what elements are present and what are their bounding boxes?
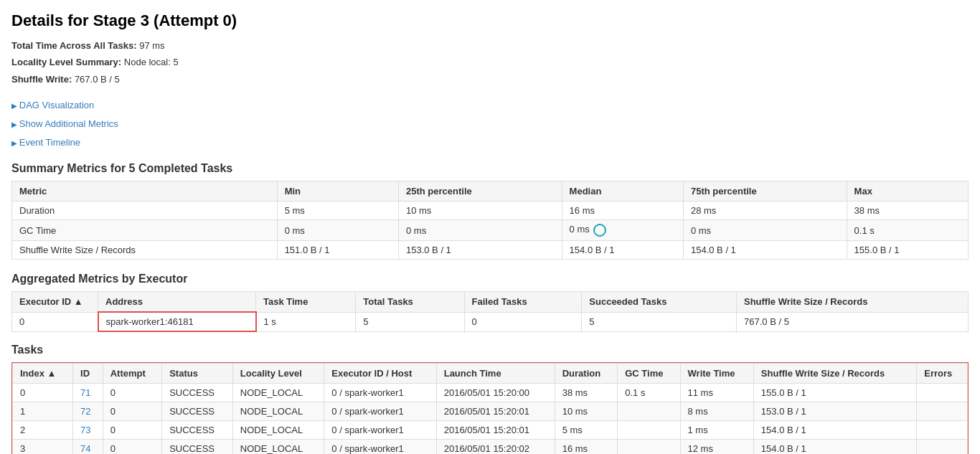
summary-metrics-table: Metric Min 25th percentile Median 75th p…	[11, 181, 969, 260]
summary-cell: 151.0 B / 1	[277, 241, 398, 260]
task-cell: NODE_LOCAL	[232, 402, 324, 421]
summary-cell: Duration	[12, 202, 278, 220]
task-cell	[917, 440, 968, 454]
task-cell: 154.0 B / 1	[753, 440, 916, 454]
show-additional-metrics-link[interactable]: Show Additional Metrics	[11, 115, 969, 133]
task-cell: SUCCESS	[162, 421, 233, 440]
exec-total-tasks-cell: 5	[356, 312, 464, 331]
summary-col-metric: Metric	[12, 181, 278, 202]
exec-col-task-time: Task Time	[256, 292, 356, 313]
exec-col-shuffle-write: Shuffle Write Size / Records	[736, 292, 968, 313]
tasks-title: Tasks	[11, 344, 969, 356]
task-cell: 0 / spark-worker1	[324, 440, 436, 454]
table-row: 2730SUCCESSNODE_LOCAL0 / spark-worker120…	[13, 421, 968, 440]
summary-col-min: Min	[277, 181, 398, 202]
task-id-link[interactable]: 74	[80, 443, 90, 454]
exec-address-cell: spark-worker1:46181	[98, 312, 256, 331]
table-row: Duration5 ms10 ms16 ms28 ms38 ms	[12, 202, 969, 220]
task-col-gc-time: GC Time	[618, 364, 680, 384]
exec-col-failed-tasks: Failed Tasks	[464, 292, 582, 313]
task-cell: 8 ms	[680, 402, 753, 421]
exec-col-address: Address	[98, 292, 256, 313]
task-cell: 0.1 s	[618, 384, 680, 402]
dag-visualization-link[interactable]: DAG Visualization	[11, 96, 969, 115]
page-title: Details for Stage 3 (Attempt 0)	[11, 11, 969, 30]
task-cell: 0	[103, 402, 161, 421]
exec-failed-tasks-cell: 0	[464, 312, 582, 331]
task-cell: 0 / spark-worker1	[324, 384, 436, 402]
exec-id-cell: 0	[12, 312, 98, 331]
task-cell	[618, 402, 680, 421]
task-cell: SUCCESS	[162, 440, 233, 454]
task-cell: 154.0 B / 1	[753, 421, 916, 440]
table-row: Shuffle Write Size / Records151.0 B / 11…	[12, 241, 969, 260]
task-cell: NODE_LOCAL	[232, 440, 324, 454]
info-section: Total Time Across All Tasks: Total Time …	[11, 37, 969, 88]
task-cell: 72	[73, 402, 103, 421]
task-cell: SUCCESS	[162, 402, 233, 421]
task-cell: SUCCESS	[162, 384, 233, 402]
task-cell: 38 ms	[555, 384, 618, 402]
task-cell	[917, 421, 968, 440]
table-row: 1720SUCCESSNODE_LOCAL0 / spark-worker120…	[13, 402, 968, 421]
task-col-attempt: Attempt	[103, 364, 161, 384]
task-col-launch-time: Launch Time	[436, 364, 555, 384]
task-col-executor: Executor ID / Host	[324, 364, 436, 384]
task-cell: 71	[73, 384, 103, 402]
task-cell: 10 ms	[555, 402, 618, 421]
task-cell: 0 / spark-worker1	[324, 402, 436, 421]
task-cell: 0 / spark-worker1	[324, 421, 436, 440]
summary-cell: 0 ms	[562, 220, 683, 241]
summary-cell: 0.1 s	[847, 220, 968, 241]
task-cell	[917, 402, 968, 421]
task-id-link[interactable]: 73	[80, 425, 90, 435]
task-cell	[618, 440, 680, 454]
task-col-errors: Errors	[917, 364, 968, 384]
exec-col-id: Executor ID ▲	[12, 292, 98, 313]
task-cell: 0	[103, 421, 161, 440]
task-id-link[interactable]: 72	[80, 406, 90, 417]
task-col-index: Index ▲	[13, 364, 73, 384]
summary-cell: Shuffle Write Size / Records	[12, 241, 278, 260]
shuffle-write-label: Shuffle Write: 767.0 B / 5	[11, 71, 969, 88]
summary-cell: 16 ms	[562, 202, 683, 220]
task-col-status: Status	[162, 364, 233, 384]
summary-metrics-section: Summary Metrics for 5 Completed Tasks Me…	[11, 162, 969, 260]
task-cell: 2016/05/01 15:20:00	[436, 384, 555, 402]
total-time-label: Total Time Across All Tasks: Total Time …	[11, 37, 969, 54]
summary-cell: 28 ms	[683, 202, 847, 220]
task-cell: 0	[103, 440, 161, 454]
task-cell	[618, 421, 680, 440]
task-cell: NODE_LOCAL	[232, 384, 324, 402]
table-row: 0 spark-worker1:46181 1 s 5 0 5 767.0 B …	[12, 312, 969, 331]
summary-cell: GC Time	[12, 220, 278, 241]
task-cell: 0	[103, 384, 161, 402]
tasks-table-wrapper: Index ▲ ID Attempt Status Locality Level…	[11, 362, 969, 454]
aggregated-metrics-section: Aggregated Metrics by Executor Executor …	[11, 273, 969, 332]
task-cell: 73	[73, 421, 103, 440]
task-cell: 0	[13, 384, 73, 402]
aggregated-metrics-table: Executor ID ▲ Address Task Time Total Ta…	[11, 291, 969, 332]
exec-task-time-cell: 1 s	[256, 312, 356, 331]
cursor-indicator	[593, 224, 606, 237]
task-cell: 3	[13, 440, 73, 454]
task-id-link[interactable]: 71	[80, 387, 90, 398]
task-cell: 2016/05/01 15:20:01	[436, 402, 555, 421]
task-cell	[917, 384, 968, 402]
table-row: 3740SUCCESSNODE_LOCAL0 / spark-worker120…	[13, 440, 968, 454]
locality-label: Locality Level Summary: Node local: 5	[11, 54, 969, 70]
task-cell: 153.0 B / 1	[753, 402, 916, 421]
task-cell: 2016/05/01 15:20:02	[436, 440, 555, 454]
summary-cell: 155.0 B / 1	[847, 241, 968, 260]
task-col-write-time: Write Time	[680, 364, 753, 384]
summary-col-median: Median	[562, 181, 683, 202]
task-cell: 11 ms	[680, 384, 753, 402]
task-cell: 1	[13, 402, 73, 421]
task-cell: 5 ms	[555, 421, 618, 440]
task-cell: 16 ms	[555, 440, 618, 454]
event-timeline-link[interactable]: Event Timeline	[11, 133, 969, 152]
tasks-table: Index ▲ ID Attempt Status Locality Level…	[12, 363, 968, 454]
table-row: GC Time0 ms0 ms0 ms 0 ms0.1 s	[12, 220, 969, 241]
aggregated-metrics-title: Aggregated Metrics by Executor	[11, 273, 969, 285]
summary-cell: 0 ms	[277, 220, 398, 241]
